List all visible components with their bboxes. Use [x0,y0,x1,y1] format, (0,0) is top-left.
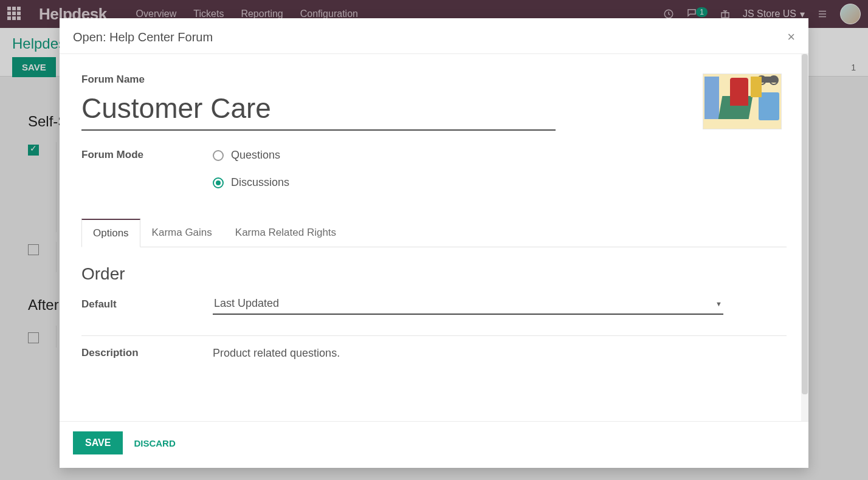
divider [81,335,787,336]
description-value[interactable]: Product related questions. [213,347,340,360]
modal-footer: SAVE DISCARD [60,421,808,468]
modal-header: Open: Help Center Forum × [60,18,808,54]
default-select[interactable]: Last Updated ▼ [213,293,723,315]
order-heading: Order [81,264,787,284]
tab-karma-rights[interactable]: Karma Related Rights [224,219,348,247]
forum-name-input[interactable] [81,89,556,131]
forum-image[interactable] [703,74,782,129]
tab-options[interactable]: Options [81,219,140,247]
modal-save-button[interactable]: SAVE [73,431,123,454]
chevron-down-icon: ▼ [715,300,722,307]
scrollbar-thumb[interactable] [802,54,808,394]
radio-discussions[interactable] [213,177,224,188]
modal-body: Forum Name Forum Mode Questions Discussi… [60,54,808,421]
tab-bar: Options Karma Gains Karma Related Rights [81,218,787,247]
description-label: Description [81,347,213,359]
modal-discard-button[interactable]: DISCARD [134,438,175,448]
radio-questions[interactable] [213,150,224,161]
tab-karma-gains[interactable]: Karma Gains [140,219,224,247]
modal-title: Open: Help Center Forum [73,30,213,44]
radio-questions-label: Questions [231,149,280,162]
default-value: Last Updated [214,297,279,310]
default-label: Default [81,298,213,310]
close-icon[interactable]: × [787,29,795,45]
forum-name-label: Forum Name [81,74,787,86]
modal-dialog: Open: Help Center Forum × Forum Name For… [60,18,808,468]
forum-mode-label: Forum Mode [81,149,213,189]
modal-overlay: Open: Help Center Forum × Forum Name For… [0,0,868,480]
radio-discussions-label: Discussions [231,176,289,189]
